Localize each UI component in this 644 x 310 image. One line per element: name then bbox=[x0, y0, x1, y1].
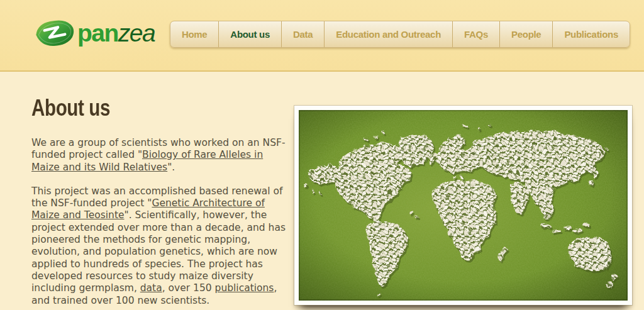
inline-link[interactable]: data bbox=[140, 282, 162, 294]
nav-tab[interactable]: People bbox=[500, 21, 553, 47]
nav-tab-label: People bbox=[511, 29, 541, 40]
nav-tab-label: Home bbox=[182, 29, 207, 40]
nav-tab[interactable]: About us bbox=[219, 21, 282, 47]
paragraph-text: , over 150 bbox=[162, 282, 215, 294]
nav-tab[interactable]: Data bbox=[282, 21, 325, 47]
maize-world-map-image bbox=[299, 110, 628, 301]
logo-wordmark: panzea bbox=[77, 21, 155, 45]
world-map-photo bbox=[294, 106, 632, 305]
inline-link[interactable]: publications bbox=[215, 282, 274, 294]
paragraph-text: ". bbox=[167, 162, 175, 173]
nav-tab-label: FAQs bbox=[464, 29, 488, 40]
site-logo[interactable]: panzea bbox=[35, 18, 155, 48]
logo-part-pan: pan bbox=[77, 19, 118, 47]
nav-tab[interactable]: Home bbox=[170, 21, 219, 47]
paragraph-text: ". Scientifically, however, the project … bbox=[31, 209, 286, 294]
nav-tab[interactable]: FAQs bbox=[453, 21, 500, 47]
paragraph: This project was an accomplished based r… bbox=[31, 185, 291, 307]
paragraph: We are a group of scientists who worked … bbox=[31, 137, 291, 174]
nav-tab[interactable]: Publications bbox=[553, 21, 630, 47]
nav-tab-label: Data bbox=[293, 29, 313, 40]
about-text: We are a group of scientists who worked … bbox=[31, 137, 291, 307]
site-header: panzea Home About us Data Education and … bbox=[0, 0, 644, 72]
nav-tab-label: Education and Outreach bbox=[336, 29, 441, 40]
main-nav: Home About us Data Education and Outreac… bbox=[170, 21, 630, 48]
nav-tab[interactable]: Education and Outreach bbox=[325, 21, 453, 47]
page: panzea Home About us Data Education and … bbox=[0, 0, 644, 310]
leaf-z-icon bbox=[35, 18, 76, 48]
nav-tab-label: About us bbox=[230, 29, 270, 40]
logo-part-zea: zea bbox=[118, 19, 155, 47]
nav-tab-label: Publications bbox=[564, 29, 618, 40]
